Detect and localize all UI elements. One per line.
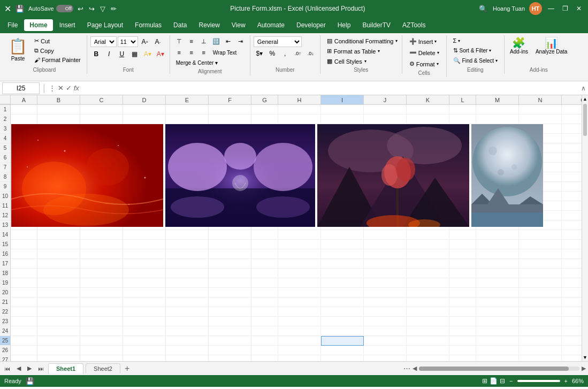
cell-J18[interactable] (364, 269, 407, 278)
cell-F15[interactable] (209, 240, 251, 249)
cell-D25[interactable] (123, 336, 166, 346)
cell-A24[interactable] (11, 326, 37, 336)
menu-insert[interactable]: Insert (54, 19, 81, 31)
cell-G27[interactable] (251, 355, 278, 361)
cell-E27[interactable] (166, 355, 209, 361)
analyze-data-button[interactable]: 📊 Analyze Data (533, 36, 569, 56)
cell-H1[interactable] (278, 105, 321, 115)
cell-B19[interactable] (37, 278, 80, 288)
cell-A23[interactable] (11, 317, 37, 326)
cell-N18[interactable] (519, 269, 562, 278)
grow-font-button[interactable]: A+ (139, 36, 151, 47)
cell-styles-button[interactable]: ▩ Cell Styles ▾ (324, 57, 370, 66)
cell-N1[interactable] (519, 105, 562, 115)
cell-M27[interactable] (476, 355, 519, 361)
cell-C21[interactable] (80, 298, 123, 307)
cell-C17[interactable] (80, 259, 123, 269)
formula-cancel-icon[interactable]: ✕ (58, 84, 64, 92)
formula-input[interactable] (81, 85, 579, 92)
wrap-text-button[interactable]: Wrap Text (210, 48, 240, 57)
cell-H18[interactable] (278, 269, 321, 278)
cell-F16[interactable] (209, 249, 251, 259)
formula-more-icon[interactable]: ⋮ (49, 84, 56, 92)
cell-L23[interactable] (449, 317, 476, 326)
cell-D17[interactable] (123, 259, 166, 269)
cell-A27[interactable] (11, 355, 37, 361)
cell-B18[interactable] (37, 269, 80, 278)
cell-O3[interactable] (562, 124, 582, 134)
cell-A19[interactable] (11, 278, 37, 288)
menu-page-layout[interactable]: Page Layout (82, 19, 128, 31)
cell-M14[interactable] (476, 230, 519, 240)
cell-E26[interactable] (166, 346, 209, 355)
col-header-A[interactable]: A (11, 95, 37, 104)
row-num-3[interactable]: 3 (0, 124, 10, 134)
cell-F14[interactable] (209, 230, 251, 240)
col-header-M[interactable]: M (476, 95, 519, 104)
cell-F27[interactable] (209, 355, 251, 361)
menu-help[interactable]: Help (332, 19, 356, 31)
middle-align-button[interactable]: ≡ (186, 36, 197, 46)
hscroll-left-button[interactable]: ◀ (413, 365, 417, 372)
cell-G18[interactable] (251, 269, 278, 278)
user-avatar[interactable]: HT (529, 2, 542, 15)
cell-F18[interactable] (209, 269, 251, 278)
cell-L26[interactable] (449, 346, 476, 355)
row-num-13[interactable]: 13 (0, 220, 10, 230)
cell-O14[interactable] (562, 230, 582, 240)
col-header-B[interactable]: B (37, 95, 80, 104)
cell-O12[interactable] (562, 211, 582, 220)
cell-C27[interactable] (80, 355, 123, 361)
delete-cells-button[interactable]: ➖ Delete ▾ (406, 48, 443, 58)
cell-E15[interactable] (166, 240, 209, 249)
cell-K27[interactable] (407, 355, 449, 361)
cell-D16[interactable] (123, 249, 166, 259)
cell-M23[interactable] (476, 317, 519, 326)
cell-C14[interactable] (80, 230, 123, 240)
cell-K14[interactable] (407, 230, 449, 240)
cell-L16[interactable] (449, 249, 476, 259)
cell-O11[interactable] (562, 201, 582, 211)
col-header-L[interactable]: L (449, 95, 476, 104)
cell-K25[interactable] (407, 336, 449, 346)
cell-F22[interactable] (209, 307, 251, 317)
cell-D2[interactable] (123, 115, 166, 124)
undo-icon[interactable]: ↩ (77, 4, 85, 14)
scroll-down-button[interactable]: ▼ (582, 354, 588, 361)
cell-I25[interactable] (321, 336, 364, 346)
format-painter-button[interactable]: 🖌 Format Painter (32, 56, 83, 64)
hscroll-track[interactable] (419, 367, 579, 371)
menu-buildertv[interactable]: BuilderTV (357, 19, 396, 31)
cell-L21[interactable] (449, 298, 476, 307)
conditional-formatting-button[interactable]: ▤ Conditional Formatting ▾ (324, 36, 401, 45)
left-align-button[interactable]: ≡ (173, 48, 185, 57)
cell-D20[interactable] (123, 288, 166, 298)
cell-O13[interactable] (562, 220, 582, 230)
format-cells-button[interactable]: ⚙ Format ▾ (406, 59, 442, 69)
cell-O1[interactable] (562, 105, 582, 115)
cell-O9[interactable] (562, 182, 582, 192)
cell-O26[interactable] (562, 346, 582, 355)
menu-review[interactable]: Review (193, 19, 225, 31)
cell-D14[interactable] (123, 230, 166, 240)
cell-L15[interactable] (449, 240, 476, 249)
scroll-thumb[interactable] (583, 104, 587, 136)
cell-M15[interactable] (476, 240, 519, 249)
cell-F25[interactable] (209, 336, 251, 346)
cell-N17[interactable] (519, 259, 562, 269)
row-num-15[interactable]: 15 (0, 240, 10, 249)
cell-N20[interactable] (519, 288, 562, 298)
sum-button[interactable]: Σ ▾ (450, 36, 464, 45)
cell-M21[interactable] (476, 298, 519, 307)
row-num-2[interactable]: 2 (0, 115, 10, 124)
cell-D22[interactable] (123, 307, 166, 317)
row-num-19[interactable]: 19 (0, 278, 10, 288)
row-num-23[interactable]: 23 (0, 317, 10, 326)
image-3[interactable] (317, 124, 469, 227)
cell-N19[interactable] (519, 278, 562, 288)
cell-D15[interactable] (123, 240, 166, 249)
cell-L24[interactable] (449, 326, 476, 336)
cell-I26[interactable] (321, 346, 364, 355)
cell-J27[interactable] (364, 355, 407, 361)
cell-G20[interactable] (251, 288, 278, 298)
